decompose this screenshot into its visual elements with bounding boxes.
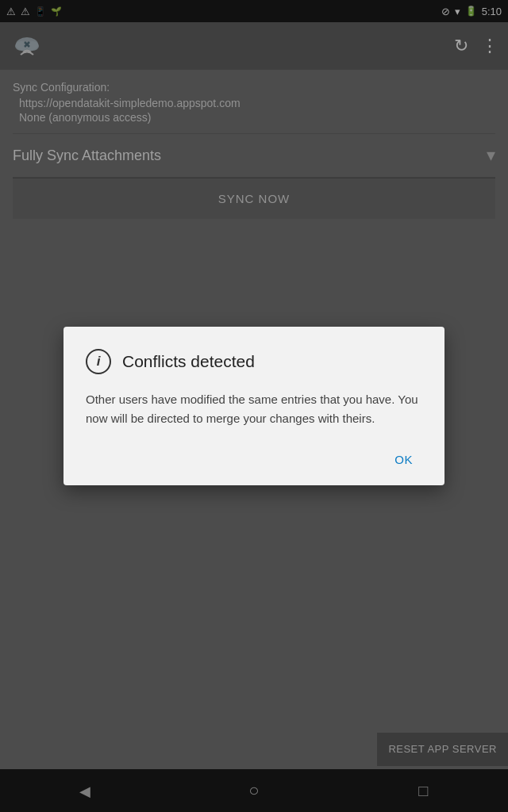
conflicts-dialog: i Conflicts detected Other users have mo… [64,327,444,485]
dialog-title: Conflicts detected [122,352,255,371]
dialog-actions: OK [86,446,422,473]
dialog-overlay: i Conflicts detected Other users have mo… [0,0,508,812]
dialog-message: Other users have modified the same entri… [86,390,422,427]
dialog-ok-button[interactable]: OK [385,446,422,473]
dialog-title-row: i Conflicts detected [86,349,422,374]
info-icon: i [86,349,111,374]
